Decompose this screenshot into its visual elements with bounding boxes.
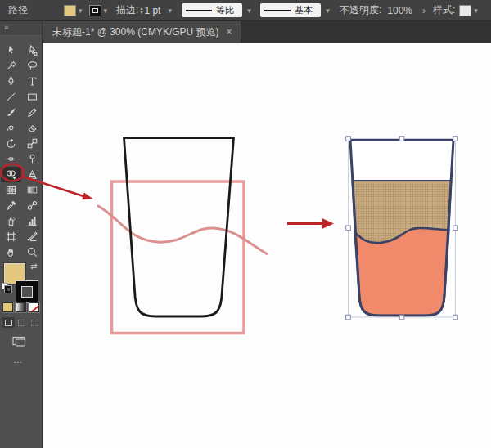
- shaper-tool[interactable]: [1, 120, 21, 136]
- edit-toolbar-button[interactable]: …: [13, 355, 24, 365]
- style-label: 样式:: [433, 3, 455, 17]
- symbol-sprayer-icon: [5, 215, 17, 227]
- toolbox-collapse-button[interactable]: »: [0, 21, 42, 34]
- direct-selection-tool[interactable]: [22, 43, 43, 58]
- eyedropper-icon: [5, 199, 17, 212]
- rectangle-tool[interactable]: [22, 89, 43, 105]
- gradient-icon: [26, 184, 38, 196]
- lasso-tool[interactable]: [22, 58, 43, 74]
- width-icon: [5, 153, 17, 165]
- handle-bottom-center[interactable]: [399, 315, 404, 320]
- monitor-icon: [11, 335, 28, 348]
- column-graph-icon: [26, 215, 38, 227]
- stroke-weight-stepper[interactable]: ▴ ▾: [140, 7, 142, 15]
- magic-wand-tool[interactable]: [1, 58, 21, 74]
- draw-inside-button[interactable]: [28, 317, 41, 328]
- handle-middle-right[interactable]: [453, 226, 458, 231]
- result-glass-liquid-section[interactable]: [355, 228, 449, 316]
- style-chevron-icon[interactable]: ▾: [474, 7, 478, 15]
- glass-outline[interactable]: [124, 138, 234, 317]
- swap-fill-stroke-icon[interactable]: ⇄: [30, 262, 37, 271]
- opacity-value[interactable]: 100%: [387, 5, 412, 16]
- puppet-warp-tool[interactable]: [22, 151, 43, 167]
- draw-inside-icon: [31, 320, 38, 326]
- shape-builder-tool[interactable]: [1, 167, 21, 182]
- width-tool[interactable]: [1, 151, 21, 167]
- brush-definition-chevron-icon[interactable]: ▾: [321, 3, 332, 17]
- screen-mode-button[interactable]: [11, 335, 28, 351]
- rotate-tool[interactable]: [1, 136, 21, 151]
- artboard-artwork: [43, 43, 491, 448]
- lasso-icon: [26, 60, 38, 72]
- fill-color-swatch[interactable]: [64, 5, 76, 16]
- stroke-proxy-swatch[interactable]: [16, 281, 38, 302]
- puppet-warp-icon: [26, 153, 38, 165]
- handle-bottom-left[interactable]: [346, 315, 351, 320]
- stroke-weight-chevron-icon[interactable]: ▾: [168, 7, 172, 15]
- eraser-icon: [26, 122, 38, 134]
- column-graph-tool[interactable]: [22, 213, 43, 229]
- mesh-icon: [5, 184, 17, 196]
- tool-grid: [0, 43, 43, 260]
- slice-tool[interactable]: [22, 229, 43, 244]
- stroke-weight-value[interactable]: 1 pt: [144, 5, 160, 16]
- stepper-down-icon[interactable]: ▾: [140, 11, 142, 15]
- handle-top-left[interactable]: [346, 137, 351, 141]
- selection-tool[interactable]: [1, 43, 21, 58]
- stroke-chevron-icon[interactable]: ▾: [104, 7, 108, 15]
- default-fill-stroke-button[interactable]: [2, 283, 11, 293]
- handle-top-center[interactable]: [399, 137, 404, 141]
- path-label: 路径: [8, 3, 28, 17]
- pencil-tool[interactable]: [22, 105, 43, 120]
- artboard-tool[interactable]: [1, 229, 21, 244]
- scale-tool[interactable]: [22, 136, 43, 151]
- brush-definition-dropdown[interactable]: 基本: [260, 3, 321, 17]
- tab-close-icon[interactable]: ×: [227, 26, 232, 38]
- stroke-color-swatch[interactable]: [89, 5, 101, 16]
- pen-icon: [5, 75, 17, 87]
- draw-normal-button[interactable]: [2, 317, 15, 328]
- document-tab-title: 未标题-1* @ 300% (CMYK/GPU 预览): [52, 25, 219, 39]
- default-stroke-icon: [5, 286, 11, 293]
- draw-behind-button[interactable]: [15, 317, 28, 328]
- blend-tool[interactable]: [22, 198, 43, 213]
- opacity-label: 不透明度:: [340, 3, 381, 17]
- none-mode-button[interactable]: [29, 302, 39, 312]
- opacity-expand-icon[interactable]: ›: [422, 5, 426, 16]
- mesh-tool[interactable]: [1, 182, 21, 198]
- line-segment-tool[interactable]: [1, 89, 21, 105]
- eraser-tool[interactable]: [22, 120, 43, 136]
- zoom-tool[interactable]: [22, 244, 43, 260]
- width-profile-line-icon: [186, 10, 212, 11]
- brush-definition-value: 基本: [295, 4, 313, 16]
- style-swatch[interactable]: [459, 5, 471, 16]
- width-profile-value: 等比: [216, 4, 234, 16]
- pen-tool[interactable]: [1, 74, 21, 89]
- paintbrush-icon: [5, 106, 17, 119]
- gradient-tool[interactable]: [22, 182, 43, 198]
- symbol-sprayer-tool[interactable]: [1, 213, 21, 229]
- shaper-icon: [5, 122, 17, 134]
- perspective-grid-icon: [26, 168, 38, 181]
- type-icon: [26, 75, 38, 87]
- handle-top-right[interactable]: [453, 137, 458, 141]
- width-profile-chevron-icon[interactable]: ▾: [242, 3, 254, 17]
- paintbrush-tool[interactable]: [1, 105, 21, 120]
- hand-tool[interactable]: [1, 244, 21, 260]
- handle-middle-left[interactable]: [346, 226, 351, 231]
- rotate-icon: [5, 137, 17, 150]
- fill-chevron-icon[interactable]: ▾: [79, 7, 83, 15]
- handle-bottom-right[interactable]: [453, 315, 458, 320]
- width-profile-dropdown[interactable]: 等比: [182, 3, 242, 17]
- eyedropper-tool[interactable]: [1, 198, 21, 213]
- drawing-modes-row: [2, 317, 41, 328]
- type-tool[interactable]: [22, 74, 43, 89]
- gradient-mode-button[interactable]: [16, 302, 26, 312]
- slice-icon: [26, 231, 38, 243]
- wave-cut-path[interactable]: [98, 206, 267, 254]
- perspective-grid-tool[interactable]: [22, 167, 43, 182]
- draw-normal-icon: [5, 320, 12, 326]
- document-tab[interactable]: 未标题-1* @ 300% (CMYK/GPU 预览) ×: [43, 21, 241, 43]
- canvas[interactable]: [43, 43, 491, 448]
- color-mode-button[interactable]: [2, 302, 13, 312]
